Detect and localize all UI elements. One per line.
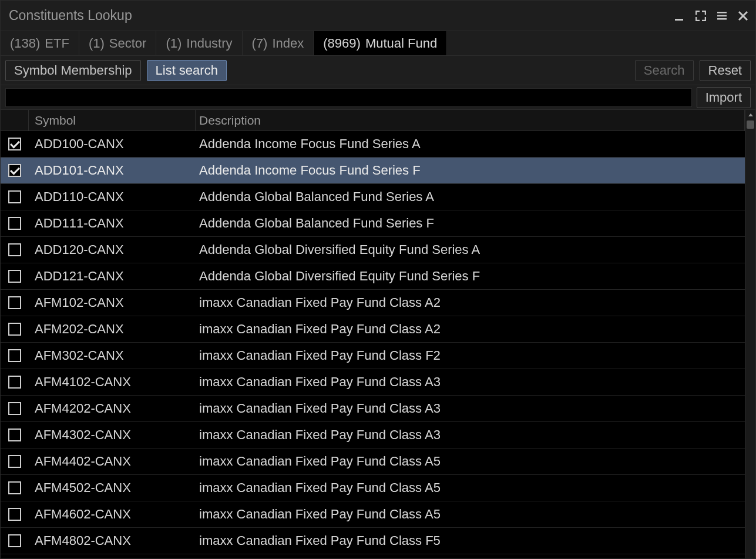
row-checkbox[interactable] <box>8 534 21 547</box>
description-column-header[interactable]: Description <box>196 110 745 130</box>
description-cell: imaxx Canadian Fixed Pay Fund Class A3 <box>196 427 745 443</box>
table-row[interactable]: ADD111-CANXAddenda Global Balanced Fund … <box>1 210 745 237</box>
constituents-lookup-window: Constituents Lookup <box>0 0 756 559</box>
scroll-thumb[interactable] <box>747 120 754 129</box>
svg-rect-1 <box>717 12 727 14</box>
tab-count: (138) <box>10 36 40 51</box>
row-checkbox[interactable] <box>8 429 21 441</box>
checkbox-cell <box>1 217 29 230</box>
checkbox-cell <box>1 323 29 336</box>
table-row[interactable]: AFM4102-CANXimaxx Canadian Fixed Pay Fun… <box>1 369 745 396</box>
table-row[interactable]: ADD110-CANXAddenda Global Balanced Fund … <box>1 184 745 210</box>
table-row[interactable]: AFM4602-CANXimaxx Canadian Fixed Pay Fun… <box>1 501 745 528</box>
table-header: Symbol Description <box>1 110 745 131</box>
tab-index[interactable]: (7)Index <box>243 31 314 55</box>
table-row[interactable]: ADD101-CANXAddenda Income Focus Fund Ser… <box>1 158 745 184</box>
close-icon[interactable] <box>737 9 750 22</box>
table-row[interactable]: ADD120-CANXAddenda Global Diversified Eq… <box>1 237 745 263</box>
row-checkbox[interactable] <box>8 508 21 521</box>
row-checkbox[interactable] <box>8 481 21 494</box>
description-cell: imaxx Canadian Fixed Pay Fund Class A3 <box>196 401 745 416</box>
tab-label: Index <box>272 36 304 51</box>
row-checkbox[interactable] <box>8 138 21 150</box>
checkbox-cell <box>1 190 29 203</box>
menu-icon[interactable] <box>715 9 728 22</box>
scroll-up-icon[interactable] <box>745 110 755 120</box>
window-title: Constituents Lookup <box>9 8 132 24</box>
row-checkbox[interactable] <box>8 243 21 256</box>
svg-rect-3 <box>717 18 727 20</box>
table-row[interactable]: AFM4502-CANXimaxx Canadian Fixed Pay Fun… <box>1 475 745 501</box>
row-checkbox[interactable] <box>8 296 21 309</box>
maximize-icon[interactable] <box>694 9 707 22</box>
symbol-cell: ADD121-CANX <box>29 269 196 284</box>
table-row[interactable]: ADD100-CANXAddenda Income Focus Fund Ser… <box>1 131 745 158</box>
tab-label: Industry <box>186 36 232 51</box>
symbol-cell: ADD111-CANX <box>29 216 196 231</box>
table-row[interactable]: AFM102-CANXimaxx Canadian Fixed Pay Fund… <box>1 290 745 316</box>
description-cell: imaxx Canadian Fixed Pay Fund Class A2 <box>196 295 745 310</box>
description-cell: imaxx Canadian Fixed Pay Fund Class A5 <box>196 480 745 496</box>
symbol-cell: AFM202-CANX <box>29 322 196 337</box>
tab-count: (1) <box>89 36 105 51</box>
table-row[interactable]: AFM4302-CANXimaxx Canadian Fixed Pay Fun… <box>1 422 745 448</box>
symbol-cell: AFM4502-CANX <box>29 480 196 496</box>
checkbox-cell <box>1 508 29 521</box>
description-cell: Addenda Global Diversified Equity Fund S… <box>196 242 745 257</box>
search-input[interactable] <box>5 88 692 107</box>
description-cell: imaxx Canadian Fixed Pay Fund Class A3 <box>196 374 745 390</box>
tab-sector[interactable]: (1)Sector <box>79 31 156 55</box>
row-checkbox[interactable] <box>8 376 21 389</box>
row-checkbox[interactable] <box>8 270 21 283</box>
checkbox-cell <box>1 164 29 177</box>
table-row[interactable]: AFM4402-CANXimaxx Canadian Fixed Pay Fun… <box>1 448 745 475</box>
row-checkbox[interactable] <box>8 349 21 362</box>
symbol-cell: ADD110-CANX <box>29 189 196 205</box>
tab-industry[interactable]: (1)Industry <box>156 31 242 55</box>
table-row[interactable]: AFM4202-CANXimaxx Canadian Fixed Pay Fun… <box>1 396 745 422</box>
checkbox-cell <box>1 429 29 441</box>
symbol-cell: AFM4202-CANX <box>29 401 196 416</box>
import-button[interactable]: Import <box>697 87 751 108</box>
row-checkbox[interactable] <box>8 455 21 468</box>
vertical-scrollbar[interactable] <box>745 110 755 558</box>
row-checkbox[interactable] <box>8 402 21 415</box>
table-row[interactable]: AFM302-CANXimaxx Canadian Fixed Pay Fund… <box>1 343 745 369</box>
tab-label: ETF <box>45 36 69 51</box>
description-cell: Addenda Global Balanced Fund Series F <box>196 216 745 231</box>
row-checkbox[interactable] <box>8 164 21 177</box>
checkbox-cell <box>1 481 29 494</box>
tab-strip: (138)ETF(1)Sector(1)Industry(7)Index(896… <box>1 31 755 56</box>
tab-label: Mutual Fund <box>365 36 437 51</box>
description-cell: Addenda Global Diversified Equity Fund S… <box>196 269 745 284</box>
description-cell: Addenda Income Focus Fund Series A <box>196 136 745 152</box>
checkbox-cell <box>1 402 29 415</box>
symbol-cell: AFM102-CANX <box>29 295 196 310</box>
reset-button[interactable]: Reset <box>700 60 751 81</box>
tab-etf[interactable]: (138)ETF <box>1 31 79 55</box>
tab-mutual-fund[interactable]: (8969)Mutual Fund <box>314 31 447 55</box>
description-cell: imaxx Canadian Fixed Pay Fund Class A5 <box>196 454 745 469</box>
symbol-cell: AFM4402-CANX <box>29 454 196 469</box>
checkbox-cell <box>1 349 29 362</box>
minimize-icon[interactable] <box>673 9 686 22</box>
description-cell: imaxx Canadian Fixed Pay Fund Class A5 <box>196 507 745 522</box>
row-checkbox[interactable] <box>8 323 21 336</box>
row-checkbox[interactable] <box>8 190 21 203</box>
checkbox-cell <box>1 534 29 547</box>
row-checkbox[interactable] <box>8 217 21 230</box>
table-row[interactable]: ADD121-CANXAddenda Global Diversified Eq… <box>1 263 745 290</box>
description-cell: imaxx Canadian Fixed Pay Fund Class A2 <box>196 322 745 337</box>
checkbox-cell <box>1 296 29 309</box>
tab-label: Sector <box>109 36 147 51</box>
symbol-membership-button[interactable]: Symbol Membership <box>5 60 141 81</box>
tab-count: (1) <box>166 36 182 51</box>
list-search-button[interactable]: List search <box>147 60 227 81</box>
table-row[interactable]: AFM4802-CANXimaxx Canadian Fixed Pay Fun… <box>1 528 745 554</box>
symbol-column-header[interactable]: Symbol <box>29 110 196 130</box>
toolbar: Symbol Membership List search Search Res… <box>1 56 755 85</box>
results-table: Symbol Description ADD100-CANXAddenda In… <box>1 110 755 558</box>
search-button[interactable]: Search <box>635 60 694 81</box>
checkbox-column-header <box>1 110 29 130</box>
table-row[interactable]: AFM202-CANXimaxx Canadian Fixed Pay Fund… <box>1 316 745 343</box>
